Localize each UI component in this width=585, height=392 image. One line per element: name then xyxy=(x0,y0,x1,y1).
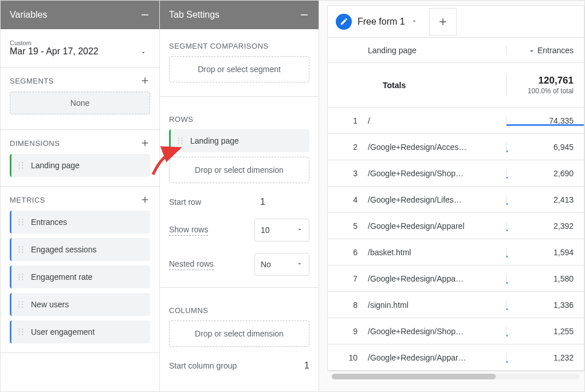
row-metric: 2,392 xyxy=(506,221,584,231)
metric-chip[interactable]: Engagement rate xyxy=(10,266,150,288)
tab-settings-panel: Tab Settings SEGMENT COMPARISONS Drop or… xyxy=(160,1,319,391)
metric-chip[interactable]: Engaged sessions xyxy=(10,238,150,261)
svg-point-5 xyxy=(22,165,23,166)
rows-drop-zone[interactable]: Drop or select dimension xyxy=(169,157,309,183)
grid-totals-value: 120,761 xyxy=(507,74,574,87)
svg-point-25 xyxy=(18,301,19,302)
drag-handle-icon xyxy=(17,218,25,226)
dimension-chip-label: Landing page xyxy=(31,161,80,170)
segment-drop-zone[interactable]: Drop or select segment xyxy=(169,56,309,82)
table-row[interactable]: 3/Google+Redesign/Shop…2,690 xyxy=(328,160,584,187)
svg-point-39 xyxy=(178,140,179,141)
start-column-group-label: Start column group xyxy=(169,361,237,370)
date-range-picker[interactable]: Custom Mar 19 - Apr 17, 2022 xyxy=(1,29,159,68)
drag-handle-icon xyxy=(17,300,25,308)
svg-point-32 xyxy=(18,331,19,332)
svg-point-1 xyxy=(18,162,19,163)
table-row[interactable]: 9/Google+Redesign/Shop…1,255 xyxy=(328,318,584,345)
row-index: 9 xyxy=(328,327,368,336)
columns-drop-zone[interactable]: Drop or select dimension xyxy=(169,320,309,347)
segment-drop-placeholder: Drop or select segment xyxy=(198,65,281,74)
chevron-down-icon xyxy=(296,225,303,235)
collapse-tabsettings-button[interactable] xyxy=(299,10,309,20)
table-row[interactable]: 10/Google+Redesign/Appar…1,232 xyxy=(328,345,584,371)
add-tab-button[interactable] xyxy=(429,8,457,35)
svg-point-14 xyxy=(18,249,19,250)
table-row[interactable]: 8/signin.html1,336 xyxy=(328,292,584,318)
scrollbar-thumb[interactable] xyxy=(332,374,496,379)
pencil-icon xyxy=(336,14,352,30)
svg-point-42 xyxy=(181,140,182,141)
dimensions-heading: DIMENSIONS xyxy=(10,139,60,148)
metric-chip[interactable]: Entrances xyxy=(10,211,150,233)
table-row[interactable]: 4/Google+Redesign/Lifes…2,413 xyxy=(328,187,584,213)
drag-handle-icon xyxy=(17,161,25,169)
row-index: 10 xyxy=(328,353,368,362)
report-grid: Landing page Entrances Totals 120,761 10… xyxy=(328,38,584,371)
table-row[interactable]: 2/Google+Redesign/Acces…6,945 xyxy=(328,134,584,160)
sort-desc-icon xyxy=(528,46,535,55)
segments-none-chip[interactable]: None xyxy=(10,92,150,114)
row-dimension: /Google+Redesign/Shop… xyxy=(368,169,506,178)
row-index: 1 xyxy=(328,116,368,125)
svg-point-41 xyxy=(181,137,182,138)
grid-metric-header[interactable]: Entrances xyxy=(506,46,584,55)
svg-point-34 xyxy=(22,328,23,330)
table-row[interactable]: 6/basket.html1,594 xyxy=(328,239,584,266)
row-metric: 1,336 xyxy=(506,300,584,310)
tab-settings-title: Tab Settings xyxy=(169,10,219,20)
add-metric-button[interactable] xyxy=(140,195,150,205)
svg-point-30 xyxy=(22,307,23,308)
chevron-down-icon xyxy=(411,17,418,27)
table-row[interactable]: 1/74,335 xyxy=(328,108,584,134)
report-tab-freeform[interactable]: Free form 1 xyxy=(328,6,426,38)
svg-point-21 xyxy=(18,279,19,280)
svg-point-2 xyxy=(18,165,19,166)
report-tab-label: Free form 1 xyxy=(358,17,405,27)
chevron-down-icon xyxy=(140,49,147,58)
svg-point-43 xyxy=(181,143,182,144)
svg-point-18 xyxy=(22,252,23,253)
variables-panel: Variables Custom Mar 19 - Apr 17, 2022 S… xyxy=(1,1,160,391)
collapse-variables-button[interactable] xyxy=(140,10,150,20)
svg-point-22 xyxy=(22,274,23,275)
report-tabbar: Free form 1 xyxy=(328,6,584,38)
table-row[interactable]: 5/Google+Redesign/Apparel2,392 xyxy=(328,213,584,239)
horizontal-scrollbar[interactable] xyxy=(332,374,580,379)
columns-heading: COLUMNS xyxy=(169,306,209,315)
row-index: 6 xyxy=(328,248,368,257)
grid-dim-header[interactable]: Landing page xyxy=(368,46,506,55)
svg-point-23 xyxy=(22,276,23,278)
metric-chip-label: Entrances xyxy=(31,217,67,227)
row-index: 5 xyxy=(328,221,368,231)
start-row-value[interactable]: 1 xyxy=(254,197,309,207)
nested-rows-label: Nested rows xyxy=(169,259,214,270)
grid-metric-header-label: Entrances xyxy=(537,46,574,55)
show-rows-value: 10 xyxy=(261,225,270,235)
dimension-chip-landing-page[interactable]: Landing page xyxy=(10,154,150,177)
nested-rows-value: No xyxy=(261,260,271,269)
date-range-custom-label: Custom xyxy=(10,39,150,46)
nested-rows-select[interactable]: No xyxy=(254,253,309,276)
svg-point-17 xyxy=(22,249,23,250)
segment-comparisons-heading: SEGMENT COMPARISONS xyxy=(169,42,269,50)
svg-point-4 xyxy=(22,162,23,163)
grid-totals-cell: 120,761 100.0% of total xyxy=(506,74,584,96)
metric-chip[interactable]: New users xyxy=(10,293,150,316)
svg-point-38 xyxy=(178,137,179,138)
start-column-group-value[interactable]: 1 xyxy=(299,361,309,371)
add-segment-button[interactable] xyxy=(140,76,150,86)
segments-heading: SEGMENTS xyxy=(10,77,54,85)
show-rows-select[interactable]: 10 xyxy=(254,219,309,241)
metric-chip[interactable]: User engagement xyxy=(10,320,150,343)
tab-settings-header: Tab Settings xyxy=(160,1,319,29)
svg-point-10 xyxy=(22,219,23,220)
add-dimension-button[interactable] xyxy=(140,138,150,148)
table-row[interactable]: 7/Google+Redesign/Appa…1,580 xyxy=(328,266,584,292)
metric-chip-label: Engagement rate xyxy=(31,272,92,282)
drag-handle-icon xyxy=(17,328,25,336)
variables-header: Variables xyxy=(1,1,159,29)
row-dimension: /signin.html xyxy=(368,300,506,310)
drag-handle-icon xyxy=(17,246,25,254)
rows-chip-landing-page[interactable]: Landing page xyxy=(169,129,309,152)
